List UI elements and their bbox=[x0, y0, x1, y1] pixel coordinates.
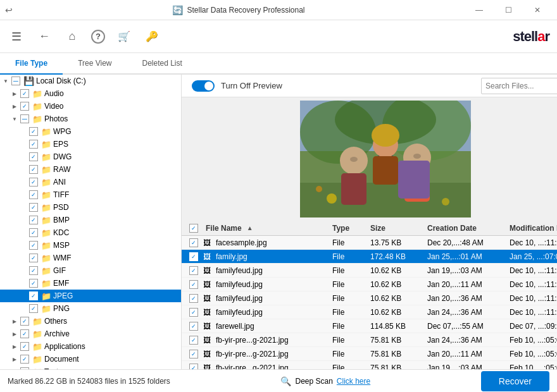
checkbox-archive[interactable]: ✓ bbox=[20, 329, 29, 338]
cart-button[interactable]: 🛒 bbox=[115, 28, 133, 46]
checkbox-text[interactable]: ✓ bbox=[20, 367, 29, 369]
tree-item-msp[interactable]: ▶ ✓ 📁 MSP bbox=[0, 239, 181, 252]
checkbox-ani[interactable]: ✓ bbox=[29, 178, 38, 187]
sort-arrow-filename[interactable]: ▲ bbox=[247, 224, 253, 231]
tree-item-ani[interactable]: ▶ ✓ 📁 ANI bbox=[0, 176, 181, 188]
row-check-4[interactable]: ✓ bbox=[184, 294, 203, 303]
checkbox-applications[interactable]: ✓ bbox=[20, 342, 29, 351]
tree-item-png[interactable]: ▶ ✓ 📁 PNG bbox=[0, 302, 181, 315]
tree-item-wmf[interactable]: ▶ ✓ 📁 WMF bbox=[0, 252, 181, 264]
checkbox-gif[interactable]: ✓ bbox=[29, 266, 38, 275]
checkbox-raw[interactable]: ✓ bbox=[29, 165, 38, 174]
checkbox-psd[interactable]: ✓ bbox=[29, 203, 38, 212]
expand-audio[interactable]: ▶ bbox=[10, 89, 19, 98]
file-row[interactable]: ✓ 🖼 familyfeud.jpg File 10.62 KB Jan 19,… bbox=[182, 264, 557, 278]
checkbox-audio[interactable]: ✓ bbox=[20, 89, 29, 98]
home-button[interactable]: ⌂ bbox=[63, 28, 81, 46]
header-filename[interactable]: File Name ▲ bbox=[203, 224, 330, 233]
checkbox-local-disk[interactable]: ─ bbox=[11, 77, 20, 85]
row-checkbox-8[interactable]: ✓ bbox=[189, 350, 198, 358]
file-row[interactable]: ✓ 🖼 familyfeud.jpg File 10.62 KB Jan 20,… bbox=[182, 278, 557, 291]
tree-item-applications[interactable]: ▶ ✓ 📁 Applications bbox=[0, 340, 181, 353]
row-checkbox-4[interactable]: ✓ bbox=[189, 294, 198, 303]
row-checkbox-3[interactable]: ✓ bbox=[189, 280, 198, 289]
row-check-3[interactable]: ✓ bbox=[184, 280, 203, 289]
tree-item-local-disk[interactable]: ▼ ─ 💾 Local Disk (C:) bbox=[0, 75, 181, 87]
tree-item-text[interactable]: ▶ ✓ 📁 Text bbox=[0, 365, 181, 369]
checkbox-bmp[interactable]: ✓ bbox=[29, 216, 38, 224]
checkbox-video[interactable]: ✓ bbox=[20, 102, 29, 111]
expand-text[interactable]: ▶ bbox=[10, 367, 19, 369]
expand-document[interactable]: ▶ bbox=[10, 355, 19, 364]
checkbox-msp[interactable]: ✓ bbox=[29, 241, 38, 250]
preview-toggle[interactable] bbox=[192, 80, 215, 92]
tree-item-others[interactable]: ▶ ✓ 📁 Others bbox=[0, 315, 181, 328]
row-checkbox-7[interactable]: ✓ bbox=[189, 336, 198, 345]
expand-archive[interactable]: ▶ bbox=[10, 329, 19, 338]
header-creation[interactable]: Creation Date bbox=[425, 224, 507, 233]
row-check-9[interactable]: ✓ bbox=[184, 364, 203, 370]
file-row[interactable]: ✓ 🖼 family.jpg File 172.48 KB Jan 25,...… bbox=[182, 250, 557, 264]
expand-local-disk[interactable]: ▼ bbox=[1, 77, 10, 85]
tree-item-raw[interactable]: ▶ ✓ 📁 RAW bbox=[0, 163, 181, 176]
tree-item-psd[interactable]: ▶ ✓ 📁 PSD bbox=[0, 201, 181, 214]
tree-item-wpg[interactable]: ▶ ✓ 📁 WPG bbox=[0, 125, 181, 138]
file-row[interactable]: ✓ 🖼 fb-yir-pre...g-2021.jpg File 75.81 K… bbox=[182, 347, 557, 361]
file-row[interactable]: ✓ 🖼 farewell.jpg File 114.85 KB Dec 07,.… bbox=[182, 319, 557, 333]
row-checkbox-1[interactable]: ✓ bbox=[189, 252, 198, 261]
help-button[interactable]: ? bbox=[91, 30, 105, 44]
tree-item-dwg[interactable]: ▶ ✓ 📁 DWG bbox=[0, 150, 181, 163]
menu-button[interactable]: ☰ bbox=[8, 28, 25, 46]
row-checkbox-2[interactable]: ✓ bbox=[189, 266, 198, 275]
checkbox-kdc[interactable]: ✓ bbox=[29, 228, 38, 237]
row-checkbox-0[interactable]: ✓ bbox=[189, 238, 198, 247]
checkbox-png[interactable]: ✓ bbox=[29, 304, 38, 313]
click-here-link[interactable]: Click here bbox=[337, 377, 370, 386]
checkbox-others[interactable]: ✓ bbox=[20, 317, 29, 326]
tree-item-video[interactable]: ▶ ✓ 📁 Video bbox=[0, 100, 181, 113]
expand-applications[interactable]: ▶ bbox=[10, 342, 19, 351]
tab-file-type[interactable]: File Type bbox=[0, 53, 63, 75]
tree-item-audio[interactable]: ▶ ✓ 📁 Audio bbox=[0, 87, 181, 100]
tree-item-kdc[interactable]: ▶ ✓ 📁 KDC bbox=[0, 226, 181, 239]
tab-deleted-list[interactable]: Deleted List bbox=[127, 53, 197, 75]
header-checkbox[interactable]: ✓ bbox=[189, 224, 198, 233]
checkbox-emf[interactable]: ✓ bbox=[29, 279, 38, 288]
expand-others[interactable]: ▶ bbox=[10, 317, 19, 326]
checkbox-photos[interactable]: ─ bbox=[20, 114, 29, 123]
row-check-8[interactable]: ✓ bbox=[184, 350, 203, 358]
close-button[interactable]: ✕ bbox=[523, 0, 552, 20]
row-check-5[interactable]: ✓ bbox=[184, 308, 203, 317]
maximize-button[interactable]: ☐ bbox=[494, 0, 523, 20]
checkbox-document[interactable]: ✓ bbox=[20, 355, 29, 364]
file-row[interactable]: ✓ 🖼 facesample.jpg File 13.75 KB Dec 20,… bbox=[182, 236, 557, 250]
row-check-6[interactable]: ✓ bbox=[184, 322, 203, 331]
tab-tree-view[interactable]: Tree View bbox=[63, 53, 127, 75]
row-check-1[interactable]: ✓ bbox=[184, 252, 203, 261]
file-row[interactable]: ✓ 🖼 familyfeud.jpg File 10.62 KB Jan 20,… bbox=[182, 291, 557, 305]
search-box[interactable]: 🔍 bbox=[481, 78, 557, 94]
header-size[interactable]: Size bbox=[368, 224, 425, 233]
checkbox-wmf[interactable]: ✓ bbox=[29, 254, 38, 262]
tree-item-jpeg[interactable]: ▶ ✓ 📁 JPEG bbox=[0, 290, 181, 302]
tree-item-photos[interactable]: ▼ ─ 📁 Photos bbox=[0, 113, 181, 125]
expand-photos[interactable]: ▼ bbox=[10, 114, 19, 123]
tree-item-archive[interactable]: ▶ ✓ 📁 Archive bbox=[0, 328, 181, 340]
row-checkbox-6[interactable]: ✓ bbox=[189, 322, 198, 331]
file-row[interactable]: ✓ 🖼 fb-yir-pre...g-2021.jpg File 75.81 K… bbox=[182, 333, 557, 347]
tree-item-eps[interactable]: ▶ ✓ 📁 EPS bbox=[0, 138, 181, 150]
tree-item-bmp[interactable]: ▶ ✓ 📁 BMP bbox=[0, 214, 181, 226]
row-check-7[interactable]: ✓ bbox=[184, 336, 203, 345]
checkbox-dwg[interactable]: ✓ bbox=[29, 152, 38, 161]
tree-item-document[interactable]: ▶ ✓ 📁 Document bbox=[0, 353, 181, 365]
expand-video[interactable]: ▶ bbox=[10, 102, 19, 111]
file-row[interactable]: ✓ 🖼 fb-yir-pre...g-2021.jpg File 75.81 K… bbox=[182, 361, 557, 369]
back-icon[interactable]: ↩ bbox=[5, 5, 13, 15]
search-input[interactable] bbox=[485, 82, 557, 90]
row-checkbox-5[interactable]: ✓ bbox=[189, 308, 198, 317]
tree-item-emf[interactable]: ▶ ✓ 📁 EMF bbox=[0, 277, 181, 290]
row-check-0[interactable]: ✓ bbox=[184, 238, 203, 247]
checkbox-wpg[interactable]: ✓ bbox=[29, 127, 38, 136]
tree-item-gif[interactable]: ▶ ✓ 📁 GIF bbox=[0, 264, 181, 277]
row-checkbox-9[interactable]: ✓ bbox=[189, 364, 198, 370]
